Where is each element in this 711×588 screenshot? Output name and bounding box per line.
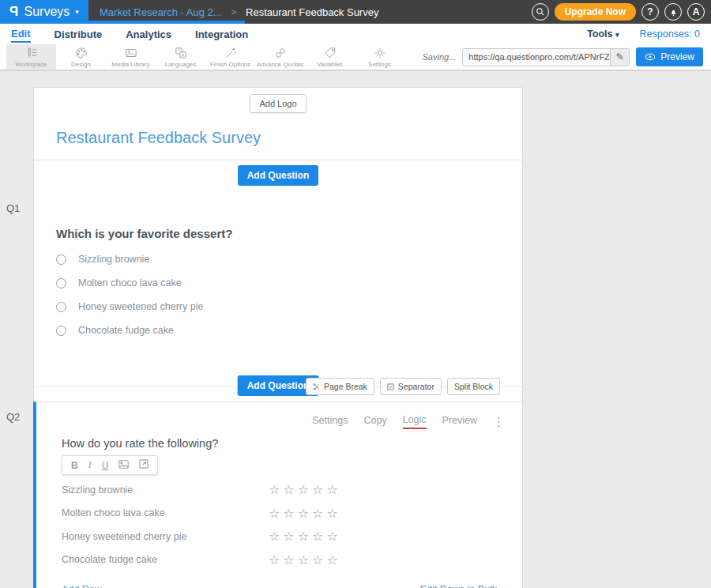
survey-card: Add Logo Restaurant Feedback Survey Add … <box>33 87 523 588</box>
rating-row: Molten choco lava cake ☆☆☆☆☆ <box>36 502 522 526</box>
breadcrumb-current: Restaurant Feedback Survey <box>246 6 378 18</box>
insert-image-button[interactable] <box>118 460 129 471</box>
svg-text:A: A <box>181 53 184 58</box>
advance-quotas-chain-icon <box>273 46 288 60</box>
editor-canvas: Q1 Q2 Add Logo Restaurant Feedback Surve… <box>0 71 711 588</box>
questionpro-logo: P <box>9 4 18 20</box>
design-palette-icon <box>74 46 88 60</box>
survey-url-field: https://qa.questionpro.com/t/APNrFZgS ✎ <box>462 48 630 66</box>
media-library-icon <box>124 46 138 60</box>
search-button[interactable] <box>532 3 549 21</box>
chevron-down-icon: ▾ <box>75 8 79 16</box>
edit-rows-in-bulk-link[interactable]: Edit Rows in Bulk <box>420 584 497 588</box>
toolbar-item-languages[interactable]: *A Languages <box>156 44 205 70</box>
breadcrumb-separator: > <box>231 7 236 17</box>
star-rating[interactable]: ☆☆☆☆☆ <box>269 482 341 497</box>
toolbar-item-workspace[interactable]: Workspace <box>6 44 56 70</box>
workspace-icon <box>24 46 39 60</box>
toolbar-item-media-library[interactable]: Media Library <box>106 44 156 70</box>
question-mark-icon: ? <box>647 6 653 17</box>
separator-button[interactable]: Separator <box>380 378 442 395</box>
question-2-text[interactable]: How do you rate the following? <box>36 429 522 450</box>
question-2-block: Settings Copy Logic Preview ⋮ How do you… <box>33 401 522 588</box>
q2-copy-link[interactable]: Copy <box>363 415 386 428</box>
tab-integration[interactable]: Integration <box>195 26 248 42</box>
radio-icon[interactable] <box>56 302 66 312</box>
saving-status: Saving... <box>423 52 457 62</box>
toolbar-item-advance-quotas[interactable]: Advance Quotas <box>255 44 305 70</box>
chevron-down-icon: ▾ <box>615 31 619 39</box>
radio-icon[interactable] <box>56 254 66 265</box>
separator-icon <box>387 383 394 390</box>
navbar-right: Tools ▾ Responses: 0 <box>587 28 700 40</box>
block-action-buttons: Page Break Separator Split Block <box>306 378 500 395</box>
product-label: Surveys <box>24 5 70 19</box>
edit-url-button[interactable]: ✎ <box>610 49 629 66</box>
add-question-middle-row: Add Question Page Break Separator Split … <box>34 373 522 401</box>
link-out-button[interactable] <box>139 459 149 471</box>
finish-options-wand-icon <box>224 46 238 60</box>
q1-option-row[interactable]: Honey sweetened cherry pie <box>56 302 500 311</box>
responses-count[interactable]: Responses: 0 <box>640 28 700 40</box>
kebab-menu-icon[interactable]: ⋮ <box>493 418 505 426</box>
question-1-id: Q1 <box>6 202 20 214</box>
underline-button[interactable]: U <box>102 460 109 471</box>
questionpro-survey-editor: P Surveys ▾ Market Research - Aug 2... >… <box>0 0 711 588</box>
q2-logic-link[interactable]: Logic <box>403 414 427 429</box>
section-nav: Edit Distribute Analytics Integration To… <box>0 24 711 44</box>
radio-icon[interactable] <box>56 326 66 336</box>
topbar-actions: Upgrade Now ? A <box>532 3 711 21</box>
toolbar-item-finish-options[interactable]: Finish Options <box>205 44 255 70</box>
help-button[interactable]: ? <box>641 3 659 21</box>
toolbar-item-design[interactable]: Design <box>56 44 106 70</box>
toolbar-right: Saving... https://qa.questionpro.com/t/A… <box>423 44 711 70</box>
survey-url-value[interactable]: https://qa.questionpro.com/t/APNrFZgS <box>463 49 610 66</box>
radio-icon[interactable] <box>56 278 66 288</box>
account-avatar[interactable]: A <box>687 3 705 21</box>
image-icon <box>118 460 129 469</box>
question-2-menu: Settings Copy Logic Preview ⋮ <box>36 402 522 429</box>
tab-distribute[interactable]: Distribute <box>55 26 103 42</box>
scissors-icon <box>313 383 320 390</box>
pencil-icon: ✎ <box>616 51 624 62</box>
q1-option-row[interactable]: Sizzling brownie <box>56 254 500 264</box>
toolbar-item-settings[interactable]: Settings <box>355 44 404 70</box>
logo-section: Add Logo <box>34 88 522 113</box>
upgrade-now-button[interactable]: Upgrade Now <box>555 3 636 21</box>
bell-icon <box>668 7 679 17</box>
split-block-button[interactable]: Split Block <box>447 378 500 395</box>
survey-title[interactable]: Restaurant Feedback Survey <box>34 113 522 160</box>
q1-option-row[interactable]: Chocolate fudge cake <box>56 326 500 335</box>
rating-row: Sizzling brownie ☆☆☆☆☆ <box>36 478 522 502</box>
italic-button[interactable]: I <box>88 459 92 471</box>
editor-toolbar: Workspace Design Media Library *A Langua… <box>0 44 711 71</box>
toolbar-item-variables[interactable]: Variables <box>305 44 355 70</box>
tab-analytics[interactable]: Analytics <box>126 26 171 42</box>
preview-button[interactable]: Preview <box>636 47 703 66</box>
question-1-text[interactable]: Which is your favorite dessert? <box>56 227 500 240</box>
star-rating[interactable]: ☆☆☆☆☆ <box>269 552 341 567</box>
q1-option-row[interactable]: Molten choco lava cake <box>56 278 500 288</box>
variables-tag-icon <box>323 46 337 60</box>
tools-menu[interactable]: Tools ▾ <box>587 28 619 40</box>
q2-preview-link[interactable]: Preview <box>442 415 477 428</box>
page-break-button[interactable]: Page Break <box>306 378 374 395</box>
settings-gear-icon <box>373 46 387 60</box>
avatar-letter: A <box>693 6 700 17</box>
row-actions: Add Row Edit Rows in Bulk <box>36 571 522 588</box>
q2-settings-link[interactable]: Settings <box>312 415 348 428</box>
star-rating[interactable]: ☆☆☆☆☆ <box>269 529 341 544</box>
tab-edit[interactable]: Edit <box>11 25 31 43</box>
star-rating[interactable]: ☆☆☆☆☆ <box>269 506 341 521</box>
question-1-block: Which is your favorite dessert? Sizzling… <box>34 227 522 373</box>
bold-button[interactable]: B <box>71 460 78 471</box>
notifications-button[interactable] <box>664 3 682 21</box>
add-question-top-row: Add Question <box>34 160 522 190</box>
add-logo-button[interactable]: Add Logo <box>250 94 306 113</box>
external-link-icon <box>139 459 149 469</box>
breadcrumb-folder[interactable]: Market Research - Aug 2... <box>100 6 222 18</box>
breadcrumb: Market Research - Aug 2... > Restaurant … <box>100 6 378 18</box>
richtext-toolbar: B I U <box>62 455 158 475</box>
add-row-link[interactable]: Add Row <box>62 584 102 588</box>
add-question-button-top[interactable]: Add Question <box>238 165 319 186</box>
